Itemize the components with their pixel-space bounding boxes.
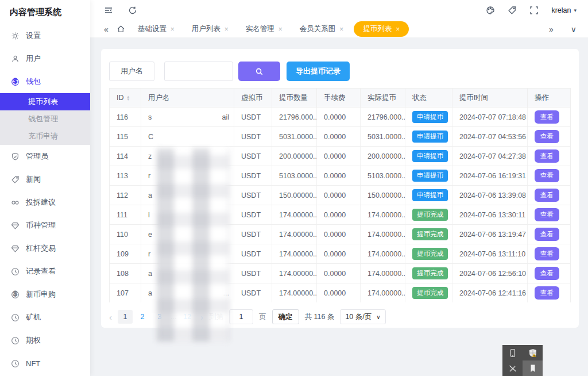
tab[interactable]: 用户列表 × — [185, 22, 235, 36]
shield-icon — [11, 152, 20, 161]
sidebar-item[interactable]: 币种管理 — [0, 214, 90, 237]
tabs-scroll-left-icon[interactable]: « — [100, 25, 112, 34]
cell-action: 查看 — [528, 244, 571, 263]
status-badge: 提币完成 — [412, 248, 448, 260]
cell-id: 115 — [110, 127, 141, 146]
user-menu[interactable]: krelan ▾ — [551, 6, 577, 14]
security-shield-icon[interactable]: A — [523, 345, 543, 360]
sort-icon[interactable]: ▴▾ — [127, 95, 130, 101]
collapse-sidebar-icon[interactable] — [104, 6, 113, 15]
status-badge: 申请提币 — [412, 170, 448, 182]
view-button[interactable]: 查看 — [535, 247, 559, 260]
tab[interactable]: 会员关系图 × — [293, 22, 351, 36]
refresh-icon[interactable] — [128, 6, 137, 15]
sidebar-item-label: 钱包管理 — [28, 114, 58, 124]
username: krelan — [551, 6, 571, 14]
cell-action: 查看 — [528, 108, 571, 126]
goto-page-input[interactable] — [229, 309, 253, 324]
tag-icon[interactable] — [508, 6, 517, 15]
sidebar-item[interactable]: 管理员 — [0, 145, 90, 168]
sidebar-item[interactable]: 矿机 — [0, 306, 90, 329]
cell-username: C — [141, 127, 234, 146]
cell-fee: 0.0000 — [317, 205, 361, 224]
cell-time: 2024-07-06 13:11:10 — [452, 244, 528, 263]
cell-amount: 174.00000... — [272, 264, 317, 283]
withdraw-list-panel: 用户名 导出提币记录 ID ▴▾ 用户名 虚拟币 提币数量 手续费 实际提币 状… — [101, 49, 579, 328]
bookmark-icon[interactable] — [523, 360, 543, 376]
tab[interactable]: 基础设置 × — [131, 22, 181, 36]
sidebar-item[interactable]: 杠杆交易 — [0, 237, 90, 260]
cell-action: 查看 — [528, 225, 571, 244]
sidebar-item[interactable]: 设置 — [0, 24, 90, 47]
view-button[interactable]: 查看 — [535, 189, 559, 202]
column-actual: 实际提币 — [361, 89, 405, 107]
sidebar-item[interactable]: 记录查看 — [0, 260, 90, 283]
page-number[interactable]: 1 — [118, 310, 133, 324]
column-id[interactable]: ID ▴▾ — [110, 89, 141, 107]
withdraw-table: ID ▴▾ 用户名 虚拟币 提币数量 手续费 实际提币 状态 提币时间 操作 1… — [109, 88, 571, 302]
sidebar: 内容管理系统 设置 用户 钱包 提币列表 钱包管 — [0, 0, 90, 376]
sidebar-item[interactable]: 用户 — [0, 47, 90, 70]
view-button[interactable]: 查看 — [535, 169, 559, 182]
tabs-scroll-right-icon[interactable]: » — [546, 25, 557, 34]
cell-id: 112 — [110, 186, 141, 205]
sidebar-item-label: 管理员 — [26, 151, 48, 162]
view-button[interactable]: 查看 — [535, 208, 559, 221]
cell-username: s ail — [141, 108, 234, 126]
theme-palette-icon[interactable] — [486, 6, 495, 15]
page-number[interactable]: 3 — [152, 310, 167, 324]
page-unit-label: 页 — [259, 312, 266, 322]
cell-fee: 0.0000 — [317, 283, 361, 302]
page-number[interactable]: 12 — [180, 310, 195, 324]
view-button[interactable]: 查看 — [535, 110, 559, 124]
sidebar-item[interactable]: 期权 — [0, 329, 90, 352]
dollar-icon — [11, 290, 20, 299]
table-row: 108 a USDT 174.00000... 0.0000 174.00000… — [110, 263, 570, 283]
sidebar-item[interactable]: 钱包管理 — [0, 110, 90, 128]
username-search-input[interactable] — [164, 62, 233, 81]
cell-time: 2024-07-07 07:18:48 — [452, 108, 528, 126]
view-button[interactable]: 查看 — [535, 267, 559, 280]
close-icon[interactable]: × — [396, 25, 400, 33]
cell-actual: 174.00000... — [361, 244, 405, 263]
sidebar-item[interactable]: 提币列表 — [0, 93, 90, 110]
view-button[interactable]: 查看 — [535, 130, 559, 143]
sidebar-item[interactable]: 新闻 — [0, 168, 90, 191]
close-icon[interactable]: × — [225, 25, 229, 33]
page-number[interactable]: ... — [169, 310, 177, 324]
sidebar-item[interactable]: 投拆建议 — [0, 191, 90, 214]
page-size-select[interactable]: 10 条/页 ∨ — [340, 309, 385, 324]
cell-time: 2024-07-06 13:39:08 — [452, 186, 528, 205]
chevron-down-icon: ▾ — [574, 7, 577, 13]
cell-fee: 0.0000 — [317, 127, 361, 146]
cell-action: 查看 — [528, 186, 571, 205]
sidebar-item[interactable]: NFT — [0, 352, 90, 375]
sidebar-item-label: 钱包 — [26, 76, 41, 87]
tab[interactable]: 实名管理 × — [239, 22, 289, 36]
view-button[interactable]: 查看 — [535, 228, 559, 241]
cell-time: 2024-07-07 04:27:38 — [452, 147, 528, 166]
close-icon[interactable]: × — [339, 25, 343, 33]
page-number[interactable]: 2 — [135, 310, 150, 324]
prev-page-icon[interactable]: ‹ — [109, 312, 112, 322]
next-page-icon[interactable]: › — [200, 312, 203, 322]
cell-actual: 21796.000... — [361, 108, 405, 126]
fullscreen-icon[interactable] — [529, 6, 539, 15]
export-withdraw-records-button[interactable]: 导出提币记录 — [287, 62, 350, 81]
close-icon[interactable]: × — [278, 25, 283, 33]
search-button[interactable] — [238, 62, 280, 81]
close-icon[interactable]: × — [171, 25, 175, 33]
tab[interactable]: 提币列表 × — [354, 21, 409, 37]
phone-icon[interactable] — [502, 345, 523, 360]
sidebar-item[interactable]: 充币申请 — [0, 128, 90, 145]
sidebar-item-label: 投拆建议 — [26, 197, 56, 208]
view-button[interactable]: 查看 — [535, 149, 559, 163]
home-icon[interactable] — [117, 25, 125, 33]
sidebar-item[interactable]: 新币申购 — [0, 283, 90, 306]
tabs-menu-icon[interactable]: ∨ — [567, 25, 580, 34]
view-button[interactable]: 查看 — [535, 286, 559, 300]
sidebar-item[interactable]: 钱包 — [0, 70, 90, 93]
confirm-button[interactable]: 确定 — [272, 309, 299, 324]
pen-disabled-icon[interactable] — [502, 360, 523, 376]
cell-coin: USDT — [234, 186, 272, 205]
